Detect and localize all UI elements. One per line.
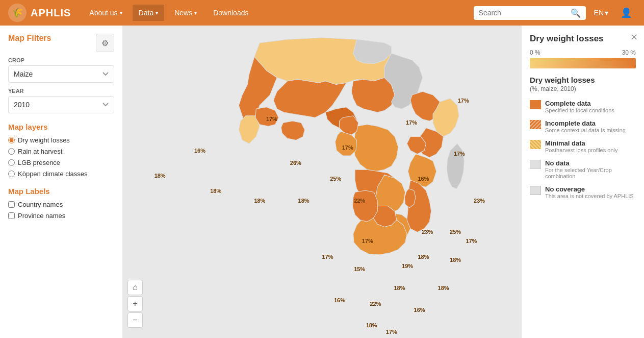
legend-close-button[interactable]: ✕ [630,32,638,43]
logo-icon: 🌾 [8,4,27,22]
layer-lgb[interactable]: LGB presence [8,159,114,166]
labels-title: Map Labels [8,187,114,196]
legend-subtitle: Dry weight losses [530,76,636,84]
nav-data[interactable]: Data ▾ [133,5,165,21]
layer-dry-weight-radio[interactable] [8,137,15,143]
legend-minimal-sub: Postharvest loss profiles only [545,147,617,153]
user-icon[interactable]: 👤 [616,3,636,22]
legend-no-coverage-label: No coverage [545,185,634,193]
legend-swatch-no-data [530,160,541,169]
zoom-out-button[interactable]: − [127,312,143,328]
legend-item-no-coverage: No coverage This area is not covered by … [530,185,636,199]
legend-item-no-data: No data For the selected Year/Crop combi… [530,159,636,179]
search-area: 🔍 [474,6,586,20]
legend-no-data-sub: For the selected Year/Crop combination [545,167,636,179]
search-icon: 🔍 [571,8,581,18]
layer-dry-weight[interactable]: Dry weight losses [8,136,114,144]
layer-rain[interactable]: Rain at harvest [8,148,114,155]
legend-swatch-no-coverage [530,186,541,195]
legend-gradient [530,58,636,68]
nav-about-us[interactable]: About us ▾ [83,5,128,21]
legend-subtitle-desc: (%, maize, 2010) [530,85,636,92]
legend-no-coverage-sub: This area is not covered by APHLIS [545,193,634,199]
nav-news[interactable]: News ▾ [168,5,203,21]
filters-title: Map Filters [8,34,51,43]
legend-swatch-incomplete [530,120,541,129]
map-controls: ⌂ + − [127,280,143,328]
legend-item-incomplete: Incomplete data Some contextual data is … [530,119,636,133]
legend-range-min: 0 % [530,49,540,56]
legend-complete-sub: Specified to local conditions [545,107,614,113]
lang-arrow: ▾ [605,9,608,17]
navbar: 🌾 APHLIS About us ▾ Data ▾ News ▾ Downlo… [0,0,644,26]
legend-title: Dry weight losses [530,34,636,44]
zoom-in-button[interactable]: + [127,296,143,311]
search-input[interactable] [479,9,568,17]
map-area[interactable]: 17%16%18%18%18%18%25%26%22%17%17%17%17%1… [122,26,522,338]
layer-lgb-radio[interactable] [8,159,15,166]
layers-title: Map layers [8,123,114,131]
africa-map-svg [122,26,522,338]
main-layout: Map Filters ⚙ CROP Maize Sorghum Rice YE… [0,26,644,338]
label-province-names[interactable]: Province names [8,212,114,220]
legend-range: 0 % 30 % [530,49,636,56]
legend-panel: Dry weight losses ✕ 0 % 30 % Dry weight … [522,26,644,338]
legend-swatch-minimal [530,140,541,149]
logo-text: APHLIS [31,7,71,19]
legend-no-data-label: No data [545,159,636,167]
about-us-arrow: ▾ [120,10,122,16]
lang-button[interactable]: EN ▾ [590,5,612,21]
legend-item-minimal: Minimal data Postharvest loss profiles o… [530,139,636,153]
news-arrow: ▾ [194,10,197,16]
crop-label: CROP [8,57,114,63]
crop-select[interactable]: Maize Sorghum Rice [8,65,114,83]
layer-rain-radio[interactable] [8,148,15,155]
layer-koppen-radio[interactable] [8,171,15,177]
label-country-names[interactable]: Country names [8,201,114,208]
data-arrow: ▾ [156,10,158,16]
country-names-checkbox[interactable] [8,201,15,208]
filter-header: Map Filters ⚙ [8,34,114,52]
legend-swatch-complete [530,100,541,109]
logo-area[interactable]: 🌾 APHLIS [8,4,71,22]
sidebar: Map Filters ⚙ CROP Maize Sorghum Rice YE… [0,26,122,338]
home-button[interactable]: ⌂ [127,280,143,295]
nav-downloads[interactable]: Downloads [207,5,254,21]
legend-item-complete: Complete data Specified to local conditi… [530,100,636,113]
filter-icon-button[interactable]: ⚙ [96,34,114,52]
legend-incomplete-sub: Some contextual data is missing [545,127,626,133]
year-select[interactable]: 2010 2011 2012 [8,96,114,113]
legend-range-max: 30 % [622,49,636,56]
year-label: YEAR [8,88,114,94]
legend-minimal-label: Minimal data [545,139,617,147]
province-names-checkbox[interactable] [8,212,15,219]
legend-complete-label: Complete data [545,100,614,107]
legend-incomplete-label: Incomplete data [545,119,626,127]
layer-koppen[interactable]: Köppen climate classes [8,170,114,178]
sliders-icon: ⚙ [101,38,109,48]
